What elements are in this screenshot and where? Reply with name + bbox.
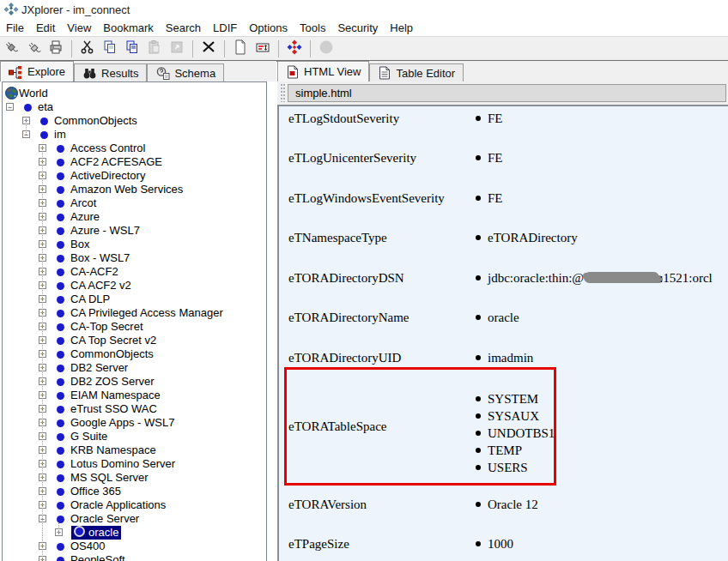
tab-explore[interactable]: Explore xyxy=(0,61,74,81)
connect-button[interactable] xyxy=(1,39,21,58)
copy-dn-icon xyxy=(124,39,141,58)
node-dot-icon xyxy=(57,557,64,561)
tree-node-commonobjects[interactable]: +CommonObjects xyxy=(3,114,266,128)
node-dot-icon xyxy=(57,392,64,400)
refresh-icon xyxy=(286,39,303,58)
menu-tools[interactable]: Tools xyxy=(294,21,331,34)
tree-node-eta[interactable]: −eta xyxy=(3,100,266,114)
value-bullet-icon xyxy=(476,235,481,240)
menu-security[interactable]: Security xyxy=(331,21,384,34)
menu-ldif[interactable]: LDIF xyxy=(207,21,243,34)
disconnect-button[interactable] xyxy=(23,39,44,58)
tree-node-label: Azure xyxy=(70,210,100,224)
menu-search[interactable]: Search xyxy=(160,21,207,34)
template-selector[interactable]: simple.html xyxy=(288,84,726,102)
print-button[interactable] xyxy=(46,39,66,58)
tab-label: Schema xyxy=(174,67,215,80)
node-dot-icon xyxy=(57,516,64,523)
attribute-row-etoradirectorydsn: eTORADirectoryDSNjdbc:oracle:thin:@:1521… xyxy=(279,271,728,285)
tree-node-world[interactable]: World xyxy=(3,87,266,100)
tab-table-editor[interactable]: Table Editor xyxy=(369,63,464,81)
delete-button[interactable] xyxy=(198,39,219,58)
attribute-value: SYSAUX xyxy=(476,407,555,425)
attribute-row-etlogwindowseventseverity: eTLogWindowsEventSeverityFE xyxy=(279,191,728,205)
attribute-name: eTORADirectoryDSN xyxy=(288,271,404,285)
attribute-name: eTORADirectoryUID xyxy=(288,351,401,365)
refresh-button[interactable] xyxy=(284,39,305,58)
tree-node-im[interactable]: −im xyxy=(3,128,266,142)
toolbar-separator xyxy=(71,40,72,57)
tab-label: Results xyxy=(101,67,138,80)
window-title: JXplorer - im_connect xyxy=(21,3,130,16)
menu-bookmark[interactable]: Bookmark xyxy=(97,21,160,34)
tree-selected-item[interactable]: oracle xyxy=(71,526,121,540)
tab-html-view[interactable]: HTML View xyxy=(277,61,369,81)
value-text: oracle xyxy=(488,311,519,324)
node-dot-icon xyxy=(57,447,64,455)
node-dot-icon xyxy=(57,351,64,359)
value-text: 1000 xyxy=(488,537,513,551)
world-globe-icon xyxy=(5,87,18,100)
tree-node-label: Arcot xyxy=(70,196,96,210)
menu-edit[interactable]: Edit xyxy=(30,21,61,34)
node-dot-icon xyxy=(57,282,64,290)
attribute-value: FE xyxy=(476,191,503,205)
value-text: eTORADirectory xyxy=(488,231,578,244)
tree-node-label: Azure - WSL7 xyxy=(70,224,140,238)
left-tab-strip: ExploreResultsSchema xyxy=(0,61,276,81)
copy-button[interactable] xyxy=(100,39,120,58)
attribute-row-etpagesize: eTPageSize1000 xyxy=(279,537,728,551)
copy-icon xyxy=(101,39,118,58)
node-dot-icon xyxy=(57,296,64,304)
node-dot-icon xyxy=(57,461,64,468)
tree-node-label: eTrust SSO WAC xyxy=(70,402,157,416)
node-dot-icon xyxy=(57,474,64,482)
attribute-value: SYSTEM xyxy=(476,390,555,407)
right-tab-strip: HTML ViewTable Editor xyxy=(277,61,728,81)
tree-node-label: World xyxy=(19,87,48,100)
attribute-row-etoraversion: eTORAVersionOracle 12 xyxy=(279,498,728,511)
value-text: jdbc:oracle:thin:@ xyxy=(488,271,584,285)
node-dot-icon xyxy=(24,104,32,112)
value-bullet-icon xyxy=(476,541,481,546)
redacted-value xyxy=(584,272,659,283)
menu-file[interactable]: File xyxy=(0,21,30,34)
stop-icon xyxy=(318,39,335,58)
node-dot-icon xyxy=(57,488,64,496)
tab-schema[interactable]: Schema xyxy=(147,63,224,81)
copy-dn-button[interactable] xyxy=(122,39,143,58)
attribute-value: TEMP xyxy=(476,442,555,459)
tree-node-label: Oracle Server xyxy=(70,512,139,526)
tree-node-label: Office 365 xyxy=(70,485,121,498)
cut-icon xyxy=(79,39,96,58)
value-bullet-icon xyxy=(476,502,481,507)
node-dot-icon xyxy=(57,337,64,345)
panel-drag-grip[interactable] xyxy=(281,84,285,102)
value-text: TEMP xyxy=(488,443,522,457)
cut-button[interactable] xyxy=(77,39,98,58)
new-entry-button[interactable] xyxy=(230,39,251,58)
html-view-icon xyxy=(286,65,300,79)
attribute-value-list: SYSTEMSYSAUXUNDOTBS1TEMPUSERS xyxy=(476,390,555,476)
node-dot-icon xyxy=(57,378,64,386)
value-text: FE xyxy=(488,112,503,125)
collapse-icon[interactable]: − xyxy=(6,103,14,111)
table-editor-icon xyxy=(378,66,391,80)
menu-view[interactable]: View xyxy=(61,21,97,34)
stop-button xyxy=(316,39,337,58)
node-dot-icon xyxy=(57,255,64,262)
rename-button[interactable] xyxy=(252,39,273,58)
tree-node-label: Oracle Applications xyxy=(70,498,166,512)
node-dot-icon xyxy=(57,543,64,551)
tree-node-label: im xyxy=(54,128,66,142)
value-bullet-icon xyxy=(476,431,481,436)
node-dot-icon xyxy=(57,159,64,166)
node-dot-icon xyxy=(40,131,48,139)
menu-options[interactable]: Options xyxy=(243,21,294,34)
attribute-value: jdbc:oracle:thin:@:1521:orcl xyxy=(476,271,713,285)
rename-icon xyxy=(254,39,271,58)
tree-node-label: CA ACF2 v2 xyxy=(70,279,131,293)
node-dot-icon xyxy=(57,145,64,153)
menu-help[interactable]: Help xyxy=(384,21,419,34)
tab-results[interactable]: Results xyxy=(74,63,147,81)
